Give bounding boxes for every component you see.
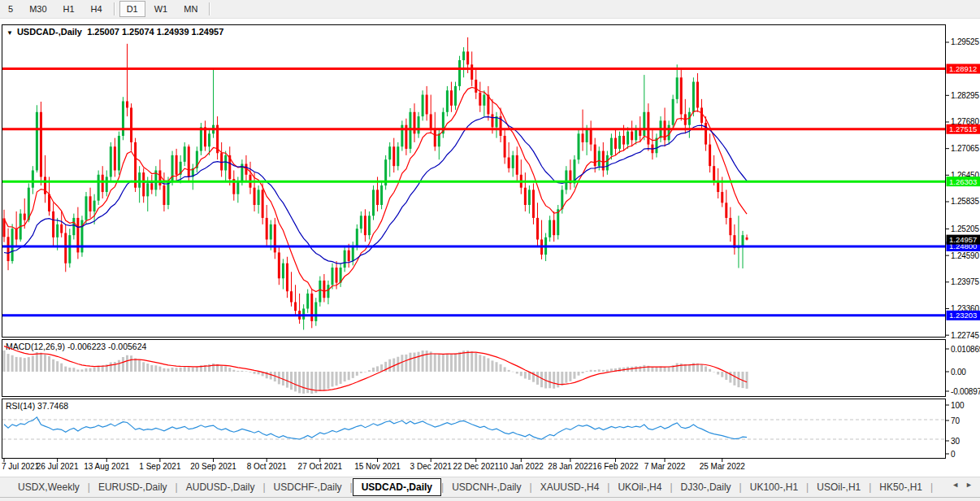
macd-axis-label: 0.00 (951, 368, 966, 377)
price-chart-panel[interactable] (2, 24, 946, 338)
date-label: 25 Mar 2022 (700, 462, 746, 471)
level-price-badge (947, 64, 980, 74)
date-label: 15 Nov 2021 (354, 462, 401, 471)
chart-dropdown-icon[interactable]: ▼ (7, 29, 13, 37)
date-label: 7 Mar 2022 (644, 462, 686, 471)
current-price-badge (947, 235, 980, 245)
level-badge-label: 1.26303 (949, 177, 977, 186)
price-tick-label: 1.27680 (951, 117, 979, 126)
chart-tab-usdx-weekly[interactable]: USDX,Weekly (10, 479, 88, 495)
rsi-axis-label: 30 (951, 437, 960, 446)
chart-tab-audusd-daily[interactable]: AUDUSD-,Daily (178, 479, 263, 495)
macd-name: MACD(12,26,9) (6, 342, 65, 351)
date-label: 10 Jan 2022 (499, 462, 544, 471)
timeframe-button-w1[interactable]: W1 (147, 1, 176, 17)
timeframe-button-h4[interactable]: H4 (84, 1, 110, 17)
rsi-axis-label: 100 (951, 401, 965, 410)
timeframe-button-5[interactable]: 5 (1, 1, 20, 17)
level-badge-label: 1.28912 (949, 64, 977, 73)
rsi-panel[interactable] (2, 399, 946, 459)
chart-symbol-label: USDCAD-,Daily (17, 27, 82, 37)
chart-tab-dj30-daily[interactable]: DJ30-,Daily (673, 479, 739, 495)
tab-scroll-arrows: ◄► (948, 481, 976, 489)
date-label: 22 Dec 2021 (453, 462, 499, 471)
date-label: 8 Oct 2021 (247, 462, 287, 471)
macd-axis-label: -0.008974 (951, 387, 980, 396)
macd-axis-label: 0.010869 (951, 345, 980, 354)
price-tick-label: 1.26450 (951, 171, 979, 180)
level-price-badge (947, 176, 980, 186)
timeframe-button-d1[interactable]: D1 (119, 1, 145, 17)
rsi-indicator-label: RSI(14) 37.7468 (6, 401, 68, 411)
status-strip (0, 497, 980, 501)
timeframe-button-h1[interactable]: H1 (56, 1, 82, 17)
current-price-label: 1.24957 (949, 235, 977, 244)
timeframe-toolbar: 5M30H1H4D1W1MN (0, 0, 980, 19)
timeframe-button-mn[interactable]: MN (176, 1, 205, 17)
date-label: 28 Jan 2022 (548, 462, 592, 471)
rsi-axis-label: 70 (951, 416, 960, 425)
date-label: 26 Jul 2021 (37, 462, 79, 471)
chart-tab-xauusd-h4[interactable]: XAUUSD-,H4 (532, 479, 608, 495)
price-tick-label: 1.28295 (951, 91, 979, 100)
toolbar-separator (209, 2, 210, 15)
chart-title: ▼USDCAD-,Daily 1.25007 1.25074 1.24939 1… (7, 27, 223, 37)
tab-separator: | (930, 481, 933, 493)
date-label: 20 Sep 2021 (190, 462, 236, 471)
chart-tab-ukoil-h4[interactable]: UKOil-,H4 (609, 479, 670, 495)
chart-tab-usdcnh-daily[interactable]: USDCNH-,Daily (444, 479, 529, 495)
level-badge-label: 1.24800 (949, 242, 977, 250)
date-label: 27 Oct 2021 (298, 462, 343, 471)
chart-tab-usdchf-daily[interactable]: USDCHF-,Daily (266, 479, 350, 495)
rsi-axis-label: 0 (951, 450, 956, 459)
level-price-badge (947, 311, 980, 320)
price-tick-label: 1.22745 (951, 331, 979, 340)
macd-indicator-label: MACD(12,26,9) -0.006223 -0.005624 (6, 342, 146, 351)
level-badge-label: 1.23203 (949, 311, 977, 320)
date-label: 7 Jul 2021 (2, 462, 40, 471)
macd-values: -0.006223 -0.005624 (67, 342, 147, 351)
chart-tab-eurusd-daily[interactable]: EURUSD-,Daily (90, 479, 176, 495)
chart-ohlc-values: 1.25007 1.25074 1.24939 1.24957 (87, 27, 223, 37)
trading-terminal-window: 5M30H1H4D1W1MN ▼USDCAD-,Daily 1.25007 1.… (0, 0, 980, 501)
date-label: 3 Dec 2021 (410, 462, 453, 471)
date-label: 1 Sep 2021 (139, 462, 181, 471)
chart-tab-usoil-h1[interactable]: USOil-,H1 (809, 479, 869, 495)
price-tick-label: 1.27065 (951, 144, 979, 153)
rsi-name: RSI(14) (6, 401, 35, 411)
level-badge-label: 1.27515 (949, 124, 977, 133)
toolbar-separator (114, 2, 115, 15)
rsi-value: 37.7468 (37, 401, 68, 411)
price-tick-label: 1.25205 (951, 224, 979, 233)
level-price-badge (947, 124, 980, 134)
price-tick-label: 1.29525 (951, 37, 979, 46)
price-tick-label: 1.23975 (951, 277, 979, 286)
chart-tab-uk100-h1[interactable]: UK100-,H1 (742, 479, 806, 495)
date-label: 13 Aug 2021 (84, 462, 130, 471)
price-tick-label: 1.23360 (951, 304, 979, 313)
chart-tabbar: USDX,Weekly|EURUSD-,Daily|AUDUSD-,Daily|… (0, 477, 980, 497)
chart-tab-hk50-h1[interactable]: HK50-,H1 (871, 479, 930, 495)
tab-scroll-left-icon[interactable]: ◄ (952, 481, 959, 489)
price-tick-label: 1.25835 (951, 197, 979, 206)
price-tick-label: 1.24590 (951, 251, 979, 260)
timeframe-button-m30[interactable]: M30 (22, 1, 54, 17)
tab-scroll-right-icon[interactable]: ► (965, 481, 973, 489)
chart-tab-usdcad-daily[interactable]: USDCAD-,Daily (353, 478, 441, 496)
level-price-badge (947, 242, 980, 251)
date-label: 16 Feb 2022 (592, 462, 639, 471)
